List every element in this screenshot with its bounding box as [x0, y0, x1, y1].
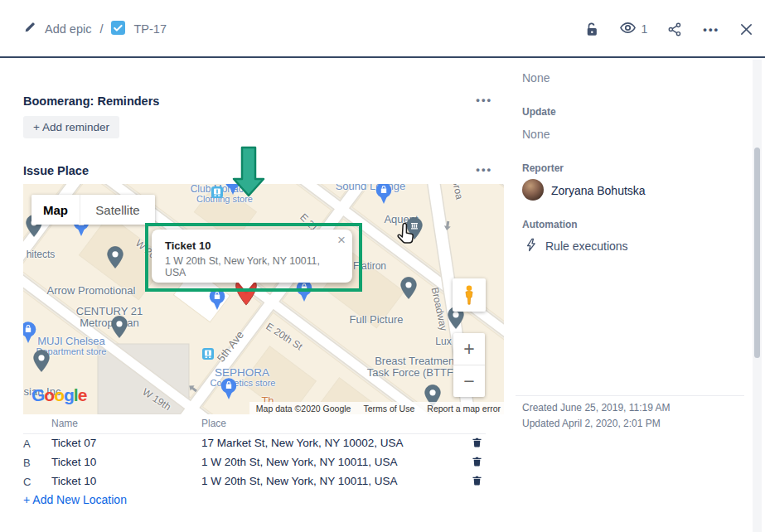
- delete-location-button[interactable]: [472, 475, 482, 490]
- delete-location-button[interactable]: [472, 437, 482, 452]
- issue-header-bar: Add epic / TP-17 1 •••: [0, 0, 765, 58]
- delete-location-button[interactable]: [472, 456, 482, 471]
- map-pin-blue: [375, 184, 392, 208]
- map-pin-poi: [400, 277, 417, 302]
- location-row-C: CTicket 101 W 20th St, New York, NY 1001…: [23, 472, 487, 491]
- map-label: Sound Lounge: [336, 184, 406, 192]
- subway-station-icon: [211, 186, 223, 201]
- map-label: Metropolitan: [80, 317, 139, 329]
- location-letter: A: [23, 438, 31, 450]
- reporter-name[interactable]: Zoryana Bohutska: [551, 184, 646, 197]
- location-row-B: BTicket 101 W 20th St, New York, NY 1001…: [23, 453, 487, 472]
- map-pin-poi: [111, 316, 128, 341]
- map-label: Breast Treatment: [375, 355, 458, 367]
- map-pin-blue: [209, 288, 225, 314]
- location-place: 17 Market St, New York, NY 10002, USA: [201, 437, 404, 449]
- map-attribution: Map data ©2020 GoogleTerms of UseReport …: [249, 402, 504, 414]
- map-type-satellite-button[interactable]: Satellite: [80, 195, 155, 225]
- column-header-name: Name: [51, 418, 78, 429]
- location-letter: C: [23, 476, 31, 488]
- update-field-value[interactable]: None: [522, 128, 550, 141]
- location-name: Ticket 10: [51, 475, 96, 487]
- updated-timestamp: Updated April 2, 2020, 2:01 PM: [522, 418, 661, 429]
- eye-icon: [619, 19, 637, 40]
- map-data-credit: Map data ©2020 Google: [256, 404, 351, 414]
- map-type-map-button[interactable]: Map: [31, 195, 80, 225]
- google-map[interactable]: Club MonacoClothing storeSound LoungeAqu…: [23, 184, 504, 414]
- sidebar-divider: [516, 395, 744, 396]
- close-icon[interactable]: [739, 22, 753, 36]
- rule-executions-link[interactable]: Rule executions: [545, 239, 628, 253]
- created-timestamp: Created June 25, 2019, 11:19 AM: [522, 402, 671, 414]
- reporter-field-label: Reporter: [522, 162, 564, 174]
- map-label: Arrow Promotional: [47, 284, 136, 297]
- update-field-label: Update: [522, 106, 556, 118]
- location-letter: B: [23, 457, 31, 469]
- location-place: 1 W 20th St, New York, NY 10011, USA: [201, 456, 398, 468]
- map-label: Lux: [435, 336, 451, 347]
- map-label: hitects: [27, 249, 56, 260]
- lightning-icon: [525, 238, 538, 255]
- zoom-in-button[interactable]: +: [453, 333, 485, 365]
- watchers-button[interactable]: 1: [619, 19, 648, 40]
- task-type-icon[interactable]: [111, 21, 125, 38]
- annotation-highlight-rect: [145, 223, 362, 292]
- issue-detail-view: Add epic / TP-17 1 •••: [0, 0, 765, 532]
- reporter-avatar[interactable]: [522, 179, 544, 201]
- issue-key[interactable]: TP-17: [133, 22, 167, 36]
- lock-icon[interactable]: [583, 22, 599, 37]
- add-new-location-link[interactable]: + Add New Location: [23, 493, 127, 506]
- map-label: SEPHORA: [215, 366, 269, 379]
- pegman-control[interactable]: [453, 278, 486, 312]
- watchers-count: 1: [642, 22, 648, 36]
- header-actions: 1 •••: [583, 0, 753, 58]
- map-label: MUJI Chelsea: [37, 335, 105, 347]
- location-row-A: ATicket 0717 Market St, New York, NY 100…: [23, 434, 487, 453]
- map-label: Task Force (BTTF): [367, 366, 457, 379]
- map-pin-poi: [107, 246, 123, 272]
- reminders-section-title: Boomerang: Reminders: [23, 94, 159, 108]
- map-type-control: Map Satellite: [31, 195, 155, 225]
- map-pin-blue: [23, 322, 36, 347]
- issue-place-section-title: Issue Place: [23, 164, 89, 177]
- edit-pencil-icon[interactable]: [23, 21, 36, 37]
- terms-of-use-link[interactable]: Terms of Use: [363, 404, 414, 414]
- reminders-menu-button[interactable]: •••: [472, 94, 492, 106]
- annotation-arrow-icon: [232, 146, 265, 201]
- map-zoom-control: + −: [453, 333, 485, 397]
- report-map-error-link[interactable]: Report a map error: [427, 404, 501, 414]
- zoom-out-button[interactable]: −: [453, 365, 485, 397]
- breadcrumb: Add epic / TP-17: [23, 0, 167, 58]
- locations-table-header: Name Place: [23, 415, 486, 434]
- more-actions-button[interactable]: •••: [703, 23, 719, 36]
- automation-field-label: Automation: [522, 219, 578, 230]
- map-pin-poi: [33, 350, 50, 375]
- map-label: CENTURY 21: [76, 305, 143, 317]
- scrollbar-thumb[interactable]: [754, 148, 760, 358]
- add-reminder-button[interactable]: + Add reminder: [23, 116, 119, 138]
- add-epic-link[interactable]: Add epic: [45, 22, 91, 36]
- map-label: Full Picture: [349, 313, 403, 326]
- map-pin-blue: [220, 378, 237, 404]
- location-name: Ticket 10: [51, 456, 96, 468]
- hand-cursor-icon: [395, 222, 416, 250]
- field-value-none[interactable]: None: [522, 71, 550, 85]
- breadcrumb-separator: /: [99, 22, 103, 36]
- google-logo[interactable]: Google: [31, 385, 86, 405]
- location-name: Ticket 07: [51, 437, 96, 449]
- issue-place-menu-button[interactable]: •••: [472, 163, 492, 176]
- share-icon[interactable]: [667, 22, 683, 37]
- subway-station-icon: [202, 348, 214, 363]
- column-header-place: Place: [201, 418, 226, 429]
- location-place: 1 W 20th St, New York, NY 10011, USA: [201, 475, 398, 487]
